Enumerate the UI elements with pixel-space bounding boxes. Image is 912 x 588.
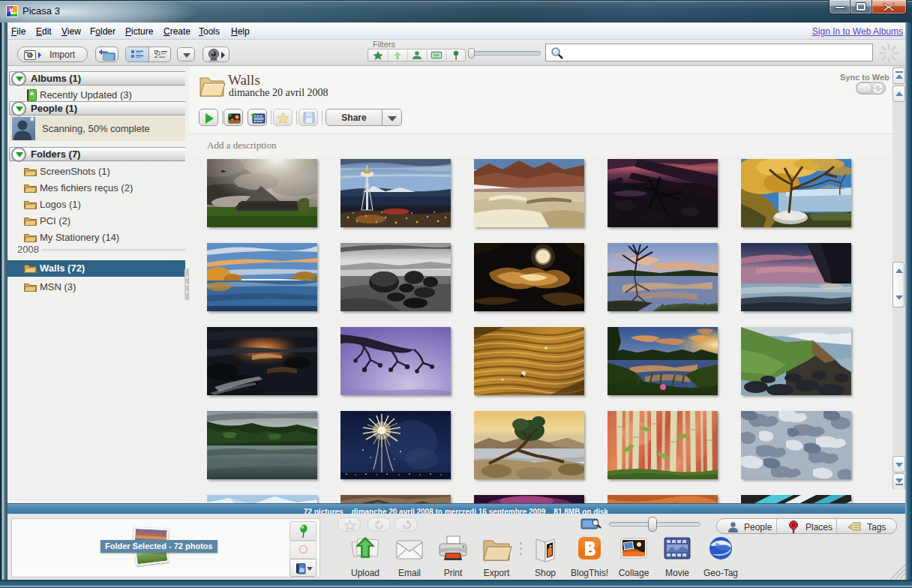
svg-text:*: * [30,117,34,127]
